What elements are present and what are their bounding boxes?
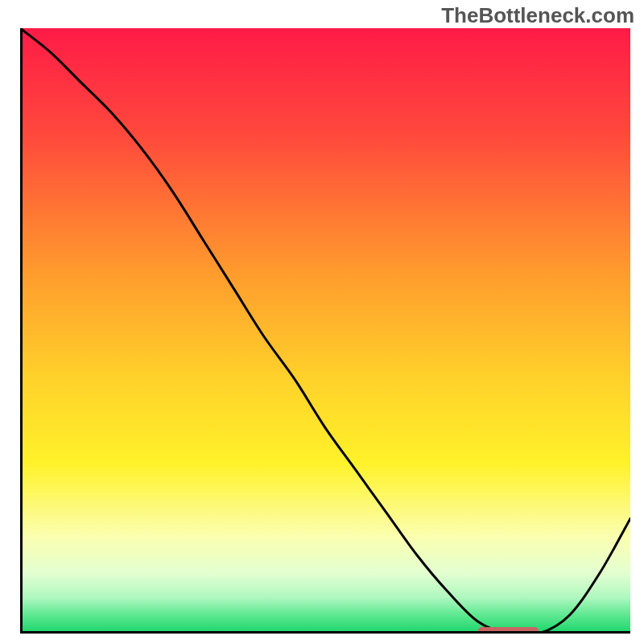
bottleneck-chart <box>20 28 630 634</box>
watermark-label: TheBottleneck.com <box>441 3 634 28</box>
chart-plot-area <box>20 28 630 634</box>
gradient-background <box>20 28 630 634</box>
chart-frame: TheBottleneck.com <box>0 0 644 644</box>
